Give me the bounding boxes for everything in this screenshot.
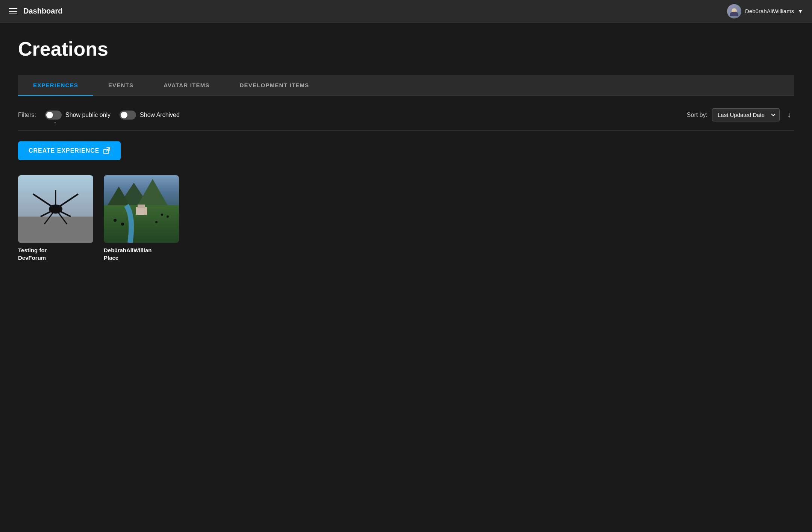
show-archived-toggle[interactable] (120, 111, 136, 120)
tooltip-arrow: ↑ (53, 120, 57, 128)
avatar[interactable] (727, 4, 741, 18)
filters-left: Filters: Show public only ↑ (18, 111, 180, 120)
game-thumb-svg-1 (18, 175, 93, 243)
svg-point-23 (155, 221, 158, 223)
filters-bar: Filters: Show public only ↑ (18, 108, 794, 121)
tab-experiences[interactable]: EXPERIENCES (18, 75, 93, 96)
topnav-right: Deb0rahAliWilliams ▼ (727, 4, 803, 18)
user-dropdown-arrow[interactable]: ▼ (798, 8, 803, 14)
svg-point-22 (167, 215, 169, 218)
sort-controls: Sort by: Last Updated Date Name Date Cre… (687, 108, 794, 121)
main-content: Creations EXPERIENCES EVENTS AVATAR ITEM… (0, 23, 812, 276)
filter-show-public: Show public only ↑ (45, 111, 111, 120)
tab-development-items[interactable]: DEVELOPMENT ITEMS (225, 75, 324, 96)
game-thumbnail-1 (18, 175, 93, 243)
game-title-1: Testing forDevForum (18, 247, 93, 261)
sort-select[interactable]: Last Updated Date Name Date Created (712, 108, 780, 121)
game-thumb-svg-2 (104, 175, 179, 243)
sort-label: Sort by: (687, 112, 707, 118)
hamburger-menu-icon[interactable] (9, 8, 17, 14)
sort-direction-button[interactable]: ↓ (784, 109, 794, 121)
toggle-thumb-public (46, 112, 53, 118)
tab-events[interactable]: EVENTS (93, 75, 148, 96)
divider (18, 130, 794, 131)
avatar-image (727, 4, 741, 18)
svg-rect-18 (138, 205, 145, 208)
toggle-thumb-archived (121, 112, 127, 118)
topnav-left: Dashboard (9, 7, 62, 15)
game-card-2[interactable]: Deb0rahAliWillianPlace (104, 175, 179, 261)
game-title-2: Deb0rahAliWillianPlace (104, 247, 179, 261)
show-public-label: Show public only (65, 112, 111, 118)
username-label: Deb0rahAliWilliams (745, 8, 794, 14)
filters-label: Filters: (18, 112, 36, 118)
page-title: Creations (18, 38, 794, 60)
create-experience-label: CREATE EXPERIENCE (29, 147, 100, 154)
show-archived-label: Show Archived (140, 112, 180, 118)
create-experience-button[interactable]: CREATE EXPERIENCE (18, 141, 121, 160)
external-link-icon (103, 147, 110, 154)
svg-point-21 (161, 214, 163, 216)
topnav: Dashboard Deb0rahAliWilliams ▼ (0, 0, 812, 23)
tabs-bar: EXPERIENCES EVENTS AVATAR ITEMS DEVELOPM… (18, 75, 794, 96)
game-card-1[interactable]: Testing forDevForum (18, 175, 93, 261)
game-thumbnail-2 (104, 175, 179, 243)
tab-avatar-items[interactable]: AVATAR ITEMS (148, 75, 224, 96)
svg-point-19 (114, 219, 117, 222)
svg-point-20 (121, 223, 124, 226)
filter-show-archived: Show Archived (120, 111, 180, 120)
svg-rect-3 (18, 217, 93, 243)
nav-title: Dashboard (23, 7, 62, 15)
games-grid: Testing forDevForum (18, 175, 794, 261)
show-public-toggle[interactable] (45, 111, 62, 120)
